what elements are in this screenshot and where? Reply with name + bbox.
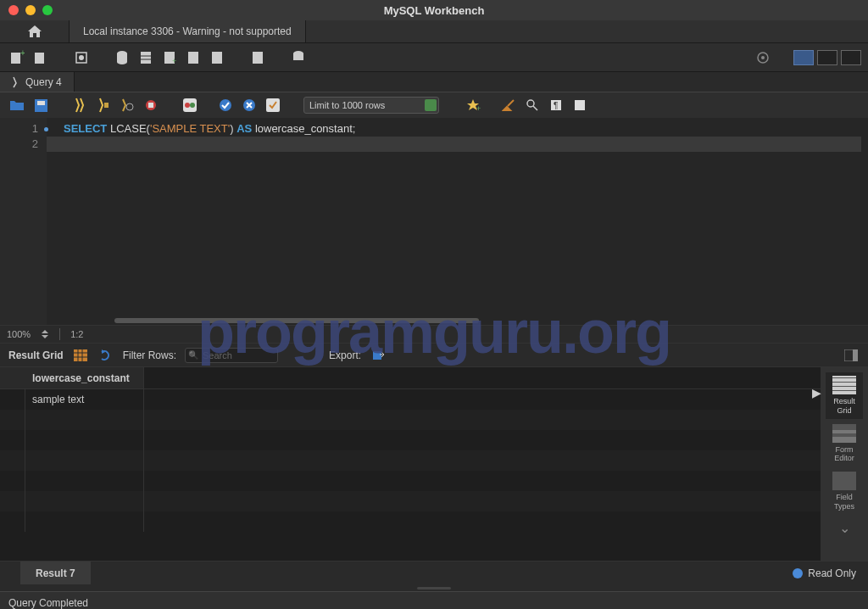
status-bar: Query Completed — [0, 591, 868, 609]
status-text: Query Completed — [8, 597, 88, 609]
column-header[interactable]: lowercase_constant — [25, 367, 144, 388]
db-icon-2[interactable] — [136, 47, 156, 68]
wrap-icon[interactable]: ¶ — [548, 97, 565, 114]
zoom-level[interactable]: 100% — [7, 329, 31, 339]
table-row[interactable]: sample text — [0, 389, 821, 410]
window-title: MySQL Workbench — [384, 4, 485, 17]
db-icon-1[interactable] — [112, 47, 132, 68]
db-icon-7[interactable] — [288, 47, 309, 68]
readonly-icon — [793, 568, 803, 578]
svg-rect-17 — [293, 53, 303, 60]
zoom-bar: 100% 1:2 — [0, 325, 868, 344]
close-icon[interactable] — [8, 5, 19, 15]
editor-gutter: 1 2 — [0, 118, 47, 325]
save-file-icon[interactable] — [32, 97, 49, 114]
settings-icon[interactable] — [753, 47, 773, 68]
result-toolbar: Result Grid Filter Rows: Search Export: — [0, 344, 868, 367]
svg-rect-0 — [11, 53, 20, 64]
svg-rect-2 — [35, 53, 44, 64]
execute-current-icon[interactable] — [95, 97, 112, 114]
query-tabs: Query 4 — [0, 72, 868, 92]
query-file-icon — [12, 76, 20, 88]
side-result-grid[interactable]: Result Grid — [826, 372, 863, 419]
db-icon-6[interactable] — [248, 47, 268, 68]
limit-select[interactable]: Limit to 1000 rows — [303, 97, 439, 114]
chevron-down-icon[interactable]: ⌄ — [839, 520, 850, 536]
titlebar: MySQL Workbench — [0, 0, 868, 20]
query-tab[interactable]: Query 4 — [0, 72, 75, 92]
query-toolbar: Limit to 1000 rows + ¶ — [0, 92, 868, 118]
autocommit-icon[interactable] — [264, 97, 281, 114]
refresh-icon[interactable] — [97, 347, 114, 364]
drag-handle[interactable] — [0, 584, 868, 591]
svg-rect-43 — [373, 351, 381, 360]
svg-line-34 — [533, 106, 537, 110]
svg-rect-8 — [141, 52, 151, 64]
result-grid-label: Result Grid — [8, 349, 64, 361]
maximize-icon[interactable] — [42, 5, 53, 15]
svg-text:+: + — [20, 50, 25, 58]
connection-tab[interactable]: Local instance 3306 - Warning - not supp… — [70, 20, 306, 42]
connection-tabs: Local instance 3306 - Warning - not supp… — [0, 20, 868, 43]
execute-icon[interactable] — [71, 97, 88, 114]
explain-icon[interactable] — [119, 97, 136, 114]
inspector-icon[interactable] — [71, 47, 92, 68]
svg-rect-38 — [74, 349, 87, 361]
filter-label: Filter Rows: — [123, 349, 176, 361]
panel-toggle-right[interactable] — [841, 50, 861, 65]
svg-point-33 — [527, 100, 534, 107]
field-types-icon — [832, 472, 856, 490]
open-sql-icon[interactable] — [31, 47, 51, 68]
open-file-icon[interactable] — [8, 97, 25, 114]
svg-point-29 — [220, 99, 231, 111]
result-tabs: Result 7 Read Only — [0, 561, 868, 584]
panel-toggle-left[interactable] — [793, 50, 814, 65]
grid-header: lowercase_constant — [0, 367, 821, 389]
side-panel-arrow-icon[interactable]: ▶ — [812, 386, 821, 399]
search-icon[interactable] — [524, 97, 541, 114]
grid-view-icon[interactable] — [72, 347, 89, 364]
side-field-types[interactable]: Field Types — [826, 468, 863, 515]
result-grid[interactable]: lowercase_constant sample text — [0, 367, 821, 561]
svg-text:+: + — [172, 57, 176, 65]
editor-hscrollbar[interactable] — [114, 318, 479, 323]
result-side-panel: ▶ Result Grid Form Editor Field Types ⌄ — [821, 367, 868, 561]
svg-text:+: + — [476, 104, 481, 113]
beautify-icon[interactable]: + — [465, 97, 481, 114]
cursor-position: 1:2 — [70, 329, 83, 339]
svg-point-4 — [79, 55, 84, 60]
panel-toggle-bottom[interactable] — [817, 50, 837, 65]
filter-input[interactable]: Search — [185, 348, 278, 363]
svg-rect-14 — [212, 52, 222, 64]
db-icon-3[interactable]: + — [159, 47, 180, 68]
export-icon[interactable] — [370, 347, 387, 364]
commit-icon[interactable] — [217, 97, 234, 114]
sql-editor[interactable]: 1 2 SELECT LCASE('SAMPLE TEXT') AS lower… — [0, 118, 868, 325]
editor-code[interactable]: SELECT LCASE('SAMPLE TEXT') AS lowercase… — [47, 118, 868, 325]
home-tab[interactable] — [0, 20, 70, 42]
query-tab-label: Query 4 — [25, 76, 62, 88]
db-icon-5[interactable] — [207, 47, 227, 68]
result-tab[interactable]: Result 7 — [20, 562, 91, 584]
read-only-indicator: Read Only — [781, 567, 868, 579]
svg-point-23 — [126, 103, 133, 110]
new-sql-tab-icon[interactable]: + — [7, 47, 27, 68]
svg-point-28 — [190, 103, 195, 108]
db-icon-4[interactable] — [183, 47, 203, 68]
stop-icon[interactable] — [142, 97, 159, 114]
svg-rect-45 — [853, 349, 858, 361]
invisible-icon[interactable] — [571, 97, 588, 114]
brush-icon[interactable] — [500, 97, 517, 114]
home-icon — [27, 25, 42, 38]
side-form-editor[interactable]: Form Editor — [826, 421, 863, 467]
svg-point-7 — [117, 59, 127, 64]
svg-rect-15 — [253, 52, 263, 64]
form-editor-icon — [832, 424, 856, 443]
rollback-icon[interactable] — [241, 97, 258, 114]
result-area: lowercase_constant sample text ▶ Result … — [0, 367, 868, 561]
zoom-stepper-icon[interactable] — [41, 330, 49, 338]
minimize-icon[interactable] — [25, 5, 36, 15]
toggle-icon[interactable] — [181, 97, 198, 114]
result-panel-toggle-icon[interactable] — [843, 347, 860, 364]
cell[interactable]: sample text — [25, 389, 144, 410]
